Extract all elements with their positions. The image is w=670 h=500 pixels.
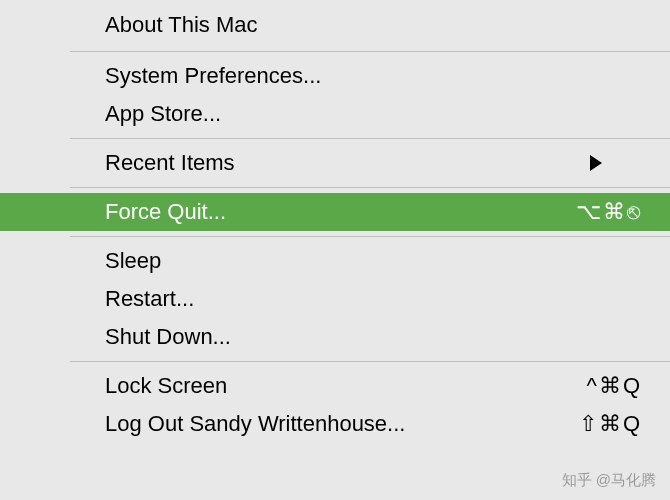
menu-item-label: Shut Down... xyxy=(105,324,231,350)
menu-item-force-quit[interactable]: Force Quit... ⌥⌘⎋ xyxy=(0,193,670,231)
menu-separator xyxy=(70,361,670,362)
menu-item-label: About This Mac xyxy=(105,12,257,38)
menu-item-system-preferences[interactable]: System Preferences... xyxy=(0,57,670,95)
menu-separator xyxy=(70,51,670,52)
menu-item-label: System Preferences... xyxy=(105,63,321,89)
menu-item-shut-down[interactable]: Shut Down... xyxy=(0,318,670,356)
menu-separator xyxy=(70,236,670,237)
menu-item-recent-items[interactable]: Recent Items xyxy=(0,144,670,182)
menu-separator xyxy=(70,138,670,139)
watermark-text: 知乎 @马化腾 xyxy=(562,471,656,490)
menu-item-label: Restart... xyxy=(105,286,194,312)
submenu-arrow-icon xyxy=(590,155,602,171)
keyboard-shortcut: ⇧⌘Q xyxy=(579,411,642,437)
keyboard-shortcut: ⌥⌘⎋ xyxy=(576,199,642,225)
menu-item-about[interactable]: About This Mac xyxy=(0,0,670,46)
keyboard-shortcut: ^⌘Q xyxy=(587,373,642,399)
menu-item-label: App Store... xyxy=(105,101,221,127)
menu-item-lock-screen[interactable]: Lock Screen ^⌘Q xyxy=(0,367,670,405)
menu-item-label: Sleep xyxy=(105,248,161,274)
menu-item-label: Log Out Sandy Writtenhouse... xyxy=(105,411,405,437)
menu-item-app-store[interactable]: App Store... xyxy=(0,95,670,133)
menu-item-label: Force Quit... xyxy=(105,199,226,225)
menu-item-label: Lock Screen xyxy=(105,373,227,399)
apple-menu: About This Mac System Preferences... App… xyxy=(0,0,670,443)
menu-item-label: Recent Items xyxy=(105,150,235,176)
menu-separator xyxy=(70,187,670,188)
menu-item-sleep[interactable]: Sleep xyxy=(0,242,670,280)
menu-item-log-out[interactable]: Log Out Sandy Writtenhouse... ⇧⌘Q xyxy=(0,405,670,443)
menu-item-restart[interactable]: Restart... xyxy=(0,280,670,318)
